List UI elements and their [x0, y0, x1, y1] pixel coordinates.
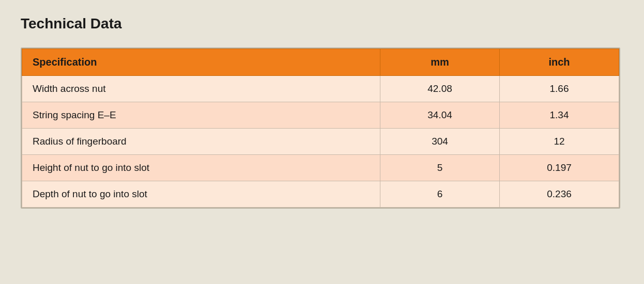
page-title: Technical Data [21, 15, 623, 32]
technical-data-table: Specification mm inch Width across nut42… [21, 48, 620, 209]
header-inch: inch [500, 49, 619, 76]
cell-mm: 304 [380, 129, 500, 155]
table-row: Height of nut to go into slot50.197 [22, 155, 619, 181]
cell-inch: 1.66 [500, 76, 619, 102]
cell-specification: Height of nut to go into slot [22, 155, 380, 181]
cell-mm: 5 [380, 155, 500, 181]
cell-mm: 34.04 [380, 102, 500, 129]
cell-specification: Radius of fingerboard [22, 129, 380, 155]
table-header-row: Specification mm inch [22, 49, 619, 76]
cell-inch: 12 [500, 129, 619, 155]
cell-specification: String spacing E–E [22, 102, 380, 129]
cell-specification: Width across nut [22, 76, 380, 102]
cell-mm: 42.08 [380, 76, 500, 102]
cell-inch: 0.197 [500, 155, 619, 181]
table-row: Depth of nut to go into slot60.236 [22, 181, 619, 208]
cell-specification: Depth of nut to go into slot [22, 181, 380, 208]
header-mm: mm [380, 49, 500, 76]
table-row: Radius of fingerboard30412 [22, 129, 619, 155]
header-specification: Specification [22, 49, 380, 76]
table-row: String spacing E–E34.041.34 [22, 102, 619, 129]
cell-mm: 6 [380, 181, 500, 208]
table-row: Width across nut42.081.66 [22, 76, 619, 102]
cell-inch: 0.236 [500, 181, 619, 208]
cell-inch: 1.34 [500, 102, 619, 129]
